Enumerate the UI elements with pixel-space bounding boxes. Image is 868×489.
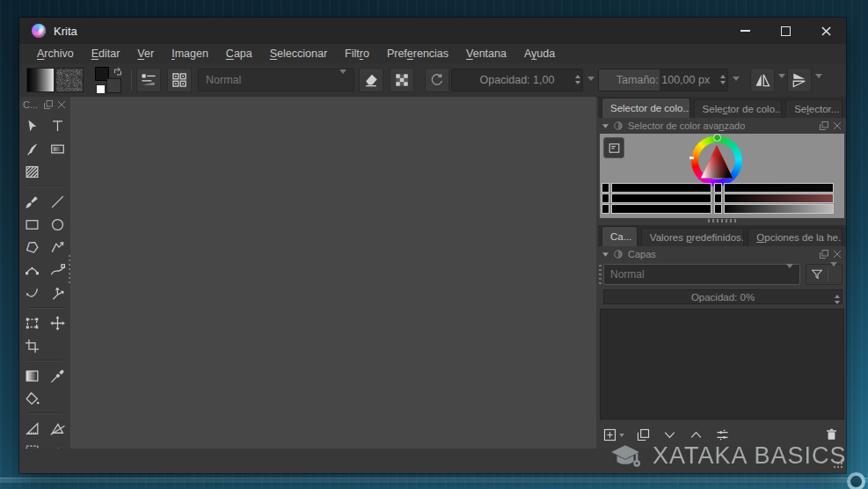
foreground-background-colors[interactable] [95,67,127,93]
minimize-button[interactable] [725,18,765,44]
float-docker-icon[interactable] [43,99,54,110]
tool-line[interactable] [47,190,69,213]
swap-colors-icon[interactable] [112,66,124,78]
reload-preset-button[interactable] [425,68,449,92]
close-button[interactable] [806,18,846,44]
eraser-mode-button[interactable] [359,68,383,92]
spinner-arrows[interactable] [720,72,726,87]
close-docker-icon[interactable] [56,99,67,110]
right-color-slider[interactable] [724,183,834,193]
opacity-spinbox[interactable]: Opacidad: 1,00 [451,69,583,91]
brush-option-slider-button[interactable] [136,68,161,92]
menu-archivo[interactable]: Archivo [28,44,83,63]
mirror-horizontal-dropdown-icon[interactable] [777,72,787,83]
layer-filter-dropdown-icon[interactable] [830,266,837,282]
tool-polygon[interactable] [21,236,44,259]
tool-crop[interactable] [21,334,44,357]
preserve-alpha-button[interactable] [390,68,414,92]
right-color-slider[interactable] [724,193,834,203]
opacity-dropdown-icon[interactable] [586,75,596,85]
mirror-vertical-button[interactable] [787,68,812,92]
right-slider-swatch[interactable] [714,204,722,214]
color-docker-tab-1[interactable]: Selector de colo... [694,99,783,118]
color-docker-tab-2[interactable]: Selector... [785,99,842,118]
tool-assistants[interactable] [47,417,69,440]
layers-row-handle[interactable] [599,265,602,284]
left-slider-swatch[interactable] [602,193,609,203]
window-body: C... Selector de colo...Selector de colo… [19,97,846,449]
tool-color-sampler[interactable] [47,364,69,387]
menu-filtro[interactable]: Filtro [336,44,378,63]
collapse-icon[interactable] [602,251,609,259]
tool-measure[interactable] [21,417,44,440]
tool-fill[interactable] [21,387,44,410]
pattern-swatch-button[interactable] [55,68,84,92]
close-docker-icon[interactable] [832,249,842,259]
menu-ventana[interactable]: Ventana [457,44,515,63]
size-spinbox[interactable]: Tamaño: 100,00 px [598,69,728,91]
gradient-swatch-button[interactable] [26,68,55,92]
color-docker-tab-0[interactable]: Selector de colo... [602,98,690,118]
docker-resize-handle[interactable] [708,219,736,223]
menu-ver[interactable]: Ver [128,44,163,63]
layer-filter-button[interactable] [806,264,842,285]
tool-outline-select[interactable] [47,440,69,449]
tool-gradient[interactable] [21,364,44,387]
collapse-icon[interactable] [602,122,609,130]
tool-container[interactable] [47,137,69,160]
tool-move[interactable] [47,311,69,334]
tool-transform[interactable] [21,311,44,334]
menu-seleccionar[interactable]: Seleccionar [261,44,336,63]
mirror-vertical-dropdown-icon[interactable] [813,72,824,83]
tool-ellipse[interactable] [47,213,69,236]
layer-list[interactable] [600,309,844,420]
tool-freehand-path[interactable] [47,259,69,281]
right-color-slider[interactable] [724,204,834,214]
close-docker-icon[interactable] [832,120,842,131]
tool-select-shapes[interactable] [21,114,44,137]
selector-settings-button[interactable] [603,137,624,158]
menu-imagen[interactable]: Imagen [163,44,217,63]
right-slider-swatch[interactable] [714,183,722,193]
reset-colors-icon[interactable] [96,84,106,94]
menu-capa[interactable]: Capa [217,44,261,63]
tool-rect-select[interactable] [21,440,44,449]
menu-ayuda[interactable]: Ayuda [515,44,564,63]
menu-preferencias[interactable]: Preferencias [378,44,457,63]
layer-opacity-slider[interactable]: Opacidad: 0% [603,289,842,304]
background-color-swatch[interactable] [106,78,121,93]
advanced-color-selector[interactable] [600,134,844,218]
left-color-slider[interactable] [611,204,711,214]
tool-text[interactable] [47,114,69,137]
tool-polyline[interactable] [47,236,69,259]
brush-presets-button[interactable] [167,68,192,92]
add-layer-dropdown-icon[interactable] [619,432,628,438]
tool-rectangle[interactable] [21,213,44,236]
size-dropdown-icon[interactable] [731,75,741,85]
left-color-slider[interactable] [611,193,711,203]
maximize-button[interactable] [765,18,806,44]
left-slider-swatch[interactable] [602,204,609,214]
layer-blend-mode-combobox[interactable]: Normal [603,264,800,285]
tool-multibrush[interactable] [47,281,69,304]
tool-dynamic-brush[interactable] [21,281,44,304]
mirror-horizontal-button[interactable] [750,68,775,92]
preset-docker-tab-2[interactable]: Opciones de la he... [748,228,842,246]
menu-editar[interactable]: Editar [83,44,129,63]
float-docker-icon[interactable] [819,249,829,259]
left-color-slider[interactable] [611,183,711,193]
spinner-arrows[interactable] [835,292,840,307]
wallpaper-horizon-line [0,478,868,483]
left-slider-swatch[interactable] [602,183,609,193]
preset-docker-tab-1[interactable]: Valores predefinidos... [641,228,744,246]
float-docker-icon[interactable] [819,120,829,131]
spinner-arrows[interactable] [575,72,580,87]
blend-mode-combobox[interactable]: Normal [198,69,354,91]
tool-bezier-curve[interactable] [21,259,44,281]
right-slider-swatch[interactable] [714,193,722,203]
tool-calligraphy[interactable] [21,137,44,160]
tool-freehand-brush[interactable] [21,190,44,213]
tool-pattern-edit[interactable] [21,160,44,183]
selector-settings-icon [608,142,621,155]
preset-docker-tab-0[interactable]: Ca... [602,226,638,246]
